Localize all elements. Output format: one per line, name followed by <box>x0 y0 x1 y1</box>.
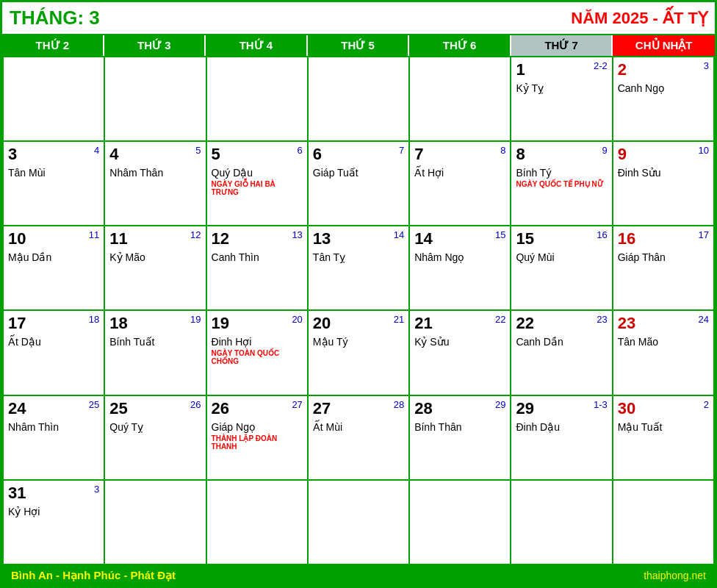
lunar-date: 11 <box>89 229 99 240</box>
can-chi: Tân Mão <box>618 336 709 348</box>
calendar-cell: 910Đinh Sửu <box>613 142 715 226</box>
calendar-cell: 23Canh Ngọ <box>613 57 715 142</box>
lunar-date: 3 <box>94 484 99 495</box>
can-chi: Canh Dần <box>516 336 607 348</box>
day-number: 30 <box>618 399 709 418</box>
lunar-date: 19 <box>190 314 201 325</box>
calendar-grid: 12-2Kỷ Tỵ23Canh Ngọ34Tân Mùi45Nhâm Thân5… <box>2 56 715 565</box>
day-number: 19 <box>212 314 303 333</box>
can-chi: Kỷ Mão <box>109 251 201 263</box>
lunar-date: 24 <box>699 314 709 325</box>
calendar-cell <box>410 57 511 142</box>
day-header-thứ-2: THỨ 2 <box>2 35 104 56</box>
calendar-cell: 1819Bính Tuất <box>105 311 206 395</box>
lunar-date: 9 <box>602 145 607 156</box>
calendar-cell: 1415Nhâm Ngọ <box>410 226 511 311</box>
calendar-cell: 302Mậu Tuất <box>613 396 715 481</box>
can-chi: Mậu Dần <box>8 251 99 263</box>
can-chi: Nhâm Ngọ <box>414 251 505 263</box>
calendar-cell: 34Tân Mùi <box>4 142 105 226</box>
can-chi: Kỷ Tỵ <box>516 82 607 94</box>
day-number: 18 <box>109 314 201 333</box>
calendar-cell: 1011Mậu Dần <box>4 226 105 311</box>
calendar-cell: 2728Ất Mùi <box>309 396 410 481</box>
can-chi: Nhâm Thân <box>109 167 201 179</box>
day-number: 9 <box>618 145 709 164</box>
lunar-date: 13 <box>292 229 302 240</box>
calendar-cell <box>105 481 206 565</box>
day-number: 8 <box>516 145 607 164</box>
can-chi: Quý Tỵ <box>109 421 201 433</box>
can-chi: Ất Dậu <box>8 336 99 348</box>
calendar-cell: 1516Quý Mùi <box>511 226 613 311</box>
calendar-cell: 2122Kỷ Sửu <box>410 311 511 395</box>
day-number: 11 <box>109 229 201 248</box>
can-chi: Canh Thìn <box>212 251 303 263</box>
calendar-cell <box>309 481 410 565</box>
lunar-date: 23 <box>597 314 607 325</box>
cell-event: NGÀY TOÀN QUỐC CHỐNG <box>212 349 303 365</box>
can-chi: Đinh Hợi <box>212 336 303 348</box>
lunar-date: 17 <box>699 229 709 240</box>
calendar-cell <box>207 481 309 565</box>
day-number: 21 <box>414 314 505 333</box>
can-chi: Bính Thân <box>414 421 505 433</box>
day-header-thứ-7: THỨ 7 <box>511 35 613 56</box>
day-headers: THỨ 2THỨ 3THỨ 4THỨ 5THỨ 6THỨ 7CHỦ NHẬT <box>2 35 715 56</box>
can-chi: Nhâm Thìn <box>8 421 99 433</box>
lunar-date: 27 <box>292 399 302 410</box>
calendar-cell: 1112Kỷ Mão <box>105 226 206 311</box>
day-number: 25 <box>109 399 201 418</box>
month-label: THÁNG: 3 <box>10 7 100 29</box>
lunar-date: 2 <box>704 399 709 410</box>
cell-event: NGÀY QUỐC TẾ PHỤ NỮ <box>516 180 607 188</box>
can-chi: Giáp Thân <box>618 251 709 263</box>
calendar: THÁNG: 3 NĂM 2025 - ẤT TỴ THỨ 2THỨ 3THỨ … <box>0 0 717 588</box>
day-header-thứ-5: THỨ 5 <box>308 35 410 56</box>
calendar-cell: 1213Canh Thìn <box>207 226 309 311</box>
calendar-cell: 56Quý DậuNGÀY GIỖ HAI BÀ TRƯNG <box>207 142 309 226</box>
calendar-cell <box>105 57 206 142</box>
can-chi: Giáp Tuất <box>313 167 404 179</box>
can-chi: Kỷ Sửu <box>414 336 505 348</box>
lunar-date: 26 <box>190 399 201 410</box>
can-chi: Quý Dậu <box>212 167 303 179</box>
day-number: 20 <box>313 314 404 333</box>
can-chi: Mậu Tuất <box>618 421 709 433</box>
calendar-cell <box>410 481 511 565</box>
calendar-cell: 2829Bính Thân <box>410 396 511 481</box>
can-chi: Bính Tuất <box>109 336 201 348</box>
day-number: 23 <box>618 314 709 333</box>
calendar-cell: 1920Đinh HợiNGÀY TOÀN QUỐC CHỐNG <box>207 311 309 395</box>
cell-event: NGÀY GIỖ HAI BÀ TRƯNG <box>212 180 303 196</box>
day-header-thứ-6: THỨ 6 <box>409 35 511 56</box>
day-number: 10 <box>8 229 99 248</box>
can-chi: Ất Mùi <box>313 421 404 433</box>
day-number: 14 <box>414 229 505 248</box>
day-number: 3 <box>8 145 99 164</box>
day-number: 6 <box>313 145 404 164</box>
day-number: 5 <box>212 145 303 164</box>
calendar-cell: 2021Mậu Tý <box>309 311 410 395</box>
day-number: 28 <box>414 399 505 418</box>
calendar-cell: 2627Giáp NgọTHÀNH LẬP ĐOÀN THANH <box>207 396 309 481</box>
day-number: 26 <box>212 399 303 418</box>
lunar-date: 25 <box>89 399 99 410</box>
lunar-date: 14 <box>394 229 404 240</box>
day-number: 12 <box>212 229 303 248</box>
day-number: 7 <box>414 145 505 164</box>
lunar-date: 21 <box>394 314 404 325</box>
day-number: 2 <box>618 60 709 79</box>
lunar-date: 22 <box>495 314 505 325</box>
lunar-date: 7 <box>399 145 404 156</box>
footer-right: thaiphong.net <box>644 570 706 581</box>
day-number: 17 <box>8 314 99 333</box>
lunar-date: 29 <box>495 399 505 410</box>
calendar-cell: 1314Tân Tỵ <box>309 226 410 311</box>
calendar-cell: 1617Giáp Thân <box>613 226 715 311</box>
lunar-date: 20 <box>292 314 302 325</box>
calendar-cell: 291-3Đinh Dậu <box>511 396 613 481</box>
can-chi: Bính Tý <box>516 167 607 179</box>
day-number: 15 <box>516 229 607 248</box>
lunar-date: 16 <box>597 229 607 240</box>
